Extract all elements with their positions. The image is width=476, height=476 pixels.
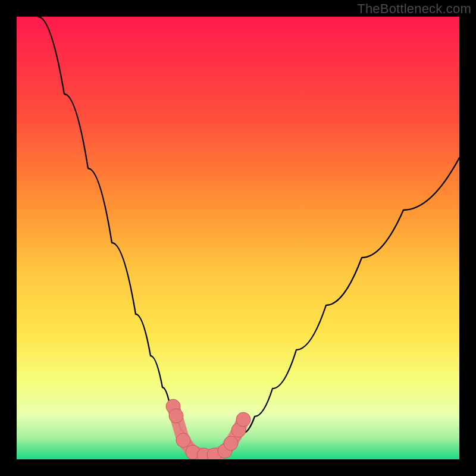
watermark-text: TheBottleneck.com [357,1,471,17]
gradient-background [17,17,459,459]
data-point [176,433,190,447]
data-point [224,436,238,450]
data-point [169,409,183,423]
chart-frame: TheBottleneck.com [0,0,476,476]
data-point [236,412,250,427]
chart-svg [17,17,459,459]
plot-area [17,17,459,459]
